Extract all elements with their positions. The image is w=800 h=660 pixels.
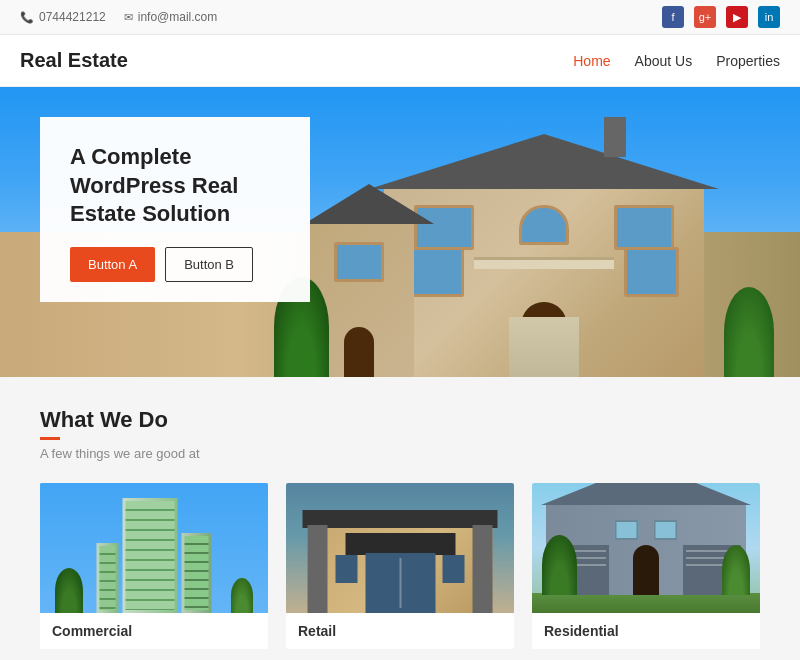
building-glass2: [185, 536, 209, 610]
hero-buttons: Button A Button B: [70, 247, 280, 282]
building-glass-main: [126, 501, 175, 610]
res-win-2: [654, 520, 678, 540]
hero-title: A Complete WordPress Real Estate Solutio…: [70, 143, 280, 229]
retail-overhang: [303, 510, 498, 528]
top-bar-contacts: 📞 07444212​12 ✉ info@mail.com: [20, 10, 217, 24]
card-label-retail: Retail: [286, 613, 514, 649]
retail-entrance: [365, 553, 435, 613]
house-window-lr: [624, 247, 679, 297]
email-contact: ✉ info@mail.com: [124, 10, 218, 24]
hero-overlay: A Complete WordPress Real Estate Solutio…: [40, 117, 310, 302]
linkedin-icon[interactable]: in: [758, 6, 780, 28]
retail-panel-r: [473, 525, 493, 613]
building-main-tower: [123, 498, 178, 613]
card-retail: Retail: [286, 483, 514, 649]
res-front-door: [633, 545, 659, 595]
tree-commercial-r: [231, 578, 253, 613]
section-title: What We Do: [40, 407, 760, 433]
res-win-1: [615, 520, 639, 540]
retail-panel-l: [308, 525, 328, 613]
door-divider: [399, 558, 401, 608]
tree-res-r: [722, 545, 750, 595]
card-label-commercial: Commercial: [40, 613, 268, 649]
header: Real Estate Home About Us Properties: [0, 35, 800, 87]
card-residential: Residential: [532, 483, 760, 649]
wing-window: [334, 242, 384, 282]
tree-res-l: [542, 535, 577, 595]
what-we-do-section: What We Do A few things we are good at: [0, 377, 800, 660]
nav-item-properties[interactable]: Properties: [716, 53, 780, 69]
email-address: info@mail.com: [138, 10, 218, 24]
card-img-retail: [286, 483, 514, 613]
house-window-ur: [614, 205, 674, 250]
card-img-commercial: [40, 483, 268, 613]
nav-item-home[interactable]: Home: [573, 53, 610, 69]
house-roof-main: [369, 134, 719, 189]
building-glass: [100, 546, 116, 610]
building-side: [97, 543, 119, 613]
house-window-uc: [519, 205, 569, 245]
res-roof: [541, 483, 751, 505]
wing-door: [344, 327, 374, 377]
res-upper-windows: [615, 520, 678, 540]
phone-icon: 📞: [20, 11, 34, 24]
tree-commercial-l: [55, 568, 83, 613]
nav-item-about[interactable]: About Us: [635, 53, 693, 69]
res-lawn-bg: [532, 593, 760, 613]
hero-house: [304, 97, 784, 377]
house-window-ll: [409, 247, 464, 297]
house-chimney: [604, 117, 626, 157]
email-icon: ✉: [124, 11, 133, 24]
hero-section: A Complete WordPress Real Estate Solutio…: [0, 87, 800, 377]
main-nav: Home About Us Properties: [573, 53, 780, 69]
tree-right: [724, 287, 774, 377]
section-subtitle: A few things we are good at: [40, 446, 760, 461]
retail-win-r: [443, 555, 465, 583]
button-b[interactable]: Button B: [165, 247, 253, 282]
house-window-ul: [414, 205, 474, 250]
facebook-icon[interactable]: f: [662, 6, 684, 28]
retail-building: [308, 525, 493, 613]
card-commercial: Commercial: [40, 483, 268, 649]
card-img-residential: [532, 483, 760, 613]
phone-contact: 📞 07444212​12: [20, 10, 106, 24]
retail-main: [308, 525, 493, 613]
googleplus-icon[interactable]: g+: [694, 6, 716, 28]
building-side2: [182, 533, 212, 613]
property-cards: Commercial: [40, 483, 760, 649]
walkway: [509, 317, 579, 377]
card-label-residential: Residential: [532, 613, 760, 649]
section-underline: [40, 437, 60, 440]
retail-win-l: [336, 555, 358, 583]
retail-signboard: [345, 533, 455, 555]
youtube-icon[interactable]: ▶: [726, 6, 748, 28]
button-a[interactable]: Button A: [70, 247, 155, 282]
phone-number: 07444212​12: [39, 10, 106, 24]
top-bar: 📞 07444212​12 ✉ info@mail.com f g+ ▶ in: [0, 0, 800, 35]
social-links: f g+ ▶ in: [662, 6, 780, 28]
site-logo: Real Estate: [20, 49, 128, 72]
house-balcony: [474, 257, 614, 269]
commercial-building: [97, 498, 212, 613]
